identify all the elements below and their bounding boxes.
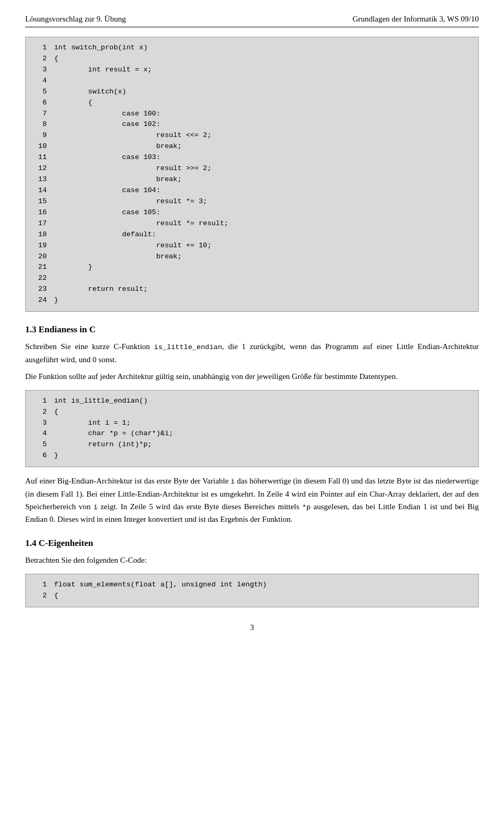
line-code: case 102: [54,119,161,130]
line-number: 17 [32,218,47,229]
line-number: 3 [32,65,47,76]
code-line: 16 case 105: [32,207,472,218]
line-number: 2 [32,407,47,418]
code-block-is-little-endian: 1int is_little_endian()2{3 int i = 1;4 c… [25,390,479,468]
exp-code-3: *p [302,503,310,511]
code-line: 12 result >>= 2; [32,163,472,174]
code-line: 6 { [32,98,472,109]
code-block-switch-prob: 1int switch_prob(int x)2{3 int result = … [25,37,479,312]
line-code: result *= result; [54,218,228,229]
section-1-3-title: 1.3 Endianess in C [25,324,479,335]
line-number: 9 [32,130,47,141]
code-line: 3 int i = 1; [32,418,472,429]
line-code: break; [54,174,182,185]
exp-text-1: Auf einer Big-Endian-Architektur ist das… [25,477,230,485]
line-code: return result; [54,284,148,295]
section-1-3-para1-text: Schreiben Sie eine kurze C-Funktion [25,342,154,351]
line-number: 22 [32,273,47,284]
line-number: 15 [32,196,47,207]
line-code: float sum_elements(float a[], unsigned i… [54,580,267,591]
line-code: } [54,295,58,306]
code-line: 11 case 103: [32,152,472,163]
line-code: int result = x; [54,65,152,76]
code-block-sum-elements: 1float sum_elements(float a[], unsigned … [25,574,479,607]
line-code: result >>= 2; [54,163,212,174]
line-number: 24 [32,295,47,306]
page-number: 3 [250,623,254,632]
code-line: 2{ [32,54,472,65]
line-number: 1 [32,580,47,591]
line-code: result += 10; [54,240,212,251]
line-code: { [54,54,58,65]
header-right: Grundlagen der Informatik 3, WS 09/10 [352,15,479,24]
section-1-3-para1: Schreiben Sie eine kurze C-Funktion is_l… [25,340,479,366]
code-line: 15 result *= 3; [32,196,472,207]
code-line: 19 result += 10; [32,240,472,251]
code-line: 2{ [32,407,472,418]
code-line: 4 char *p = (char*)&i; [32,428,472,439]
section-1-4-title: 1.4 C-Eigenheiten [25,538,479,549]
line-code: switch(x) [54,87,127,98]
line-number: 16 [32,207,47,218]
line-code: case 103: [54,152,161,163]
page: Lösungsvorschlag zur 9. Übung Grundlagen… [0,0,504,653]
code-line: 20 break; [32,251,472,262]
code-line: 17 result *= result; [32,218,472,229]
line-number: 5 [32,439,47,450]
code-line: 18 default: [32,229,472,240]
code-line: 13 break; [32,174,472,185]
line-number: 4 [32,428,47,439]
code-line: 3 int result = x; [32,65,472,76]
line-code: default: [54,229,156,240]
code-line: 8 case 102: [32,119,472,130]
line-number: 19 [32,240,47,251]
header-left: Lösungsvorschlag zur 9. Übung [25,15,126,24]
code-line: 22 [32,273,472,284]
code-line: 7 case 100: [32,109,472,120]
line-code: return (int)*p; [54,439,152,450]
is-little-endian-inline: is_little_endian [154,343,222,351]
line-number: 6 [32,98,47,109]
line-code: result <<= 2; [54,130,212,141]
line-number: 4 [32,76,47,87]
line-code: case 104: [54,185,161,196]
line-code: char *p = (char*)&i; [54,428,173,439]
line-code: } [54,450,58,461]
line-number: 21 [32,262,47,273]
line-code: break; [54,251,182,262]
line-number: 3 [32,418,47,429]
line-number: 7 [32,109,47,120]
line-number: 5 [32,87,47,98]
line-number: 1 [32,43,47,54]
page-footer: 3 [25,623,479,632]
line-code: { [54,98,92,109]
line-number: 14 [32,185,47,196]
line-number: 12 [32,163,47,174]
exp-text-3: zeigt. In Zeile 5 wird das erste Byte di… [98,502,302,511]
line-number: 20 [32,251,47,262]
line-number: 6 [32,450,47,461]
code-line: 1int switch_prob(int x) [32,43,472,54]
line-number: 18 [32,229,47,240]
code-line: 2{ [32,591,472,602]
section-1-4-para: Betrachten Sie den folgenden C-Code: [25,554,479,566]
line-number: 2 [32,54,47,65]
line-code: } [54,262,92,273]
code-line: 9 result <<= 2; [32,130,472,141]
line-code: { [54,407,58,418]
code-line: 14 case 104: [32,185,472,196]
line-number: 11 [32,152,47,163]
code-line: 24} [32,295,472,306]
code-line: 6} [32,450,472,461]
line-code: { [54,591,58,602]
line-number: 13 [32,174,47,185]
section-1-3-para2: Die Funktion sollte auf jeder Architektu… [25,370,479,383]
code-line: 23 return result; [32,284,472,295]
code-line: 5 switch(x) [32,87,472,98]
code-line: 5 return (int)*p; [32,439,472,450]
line-number: 23 [32,284,47,295]
line-number: 1 [32,396,47,407]
line-code: break; [54,141,182,152]
code-line: 4 [32,76,472,87]
code-line: 10 break; [32,141,472,152]
